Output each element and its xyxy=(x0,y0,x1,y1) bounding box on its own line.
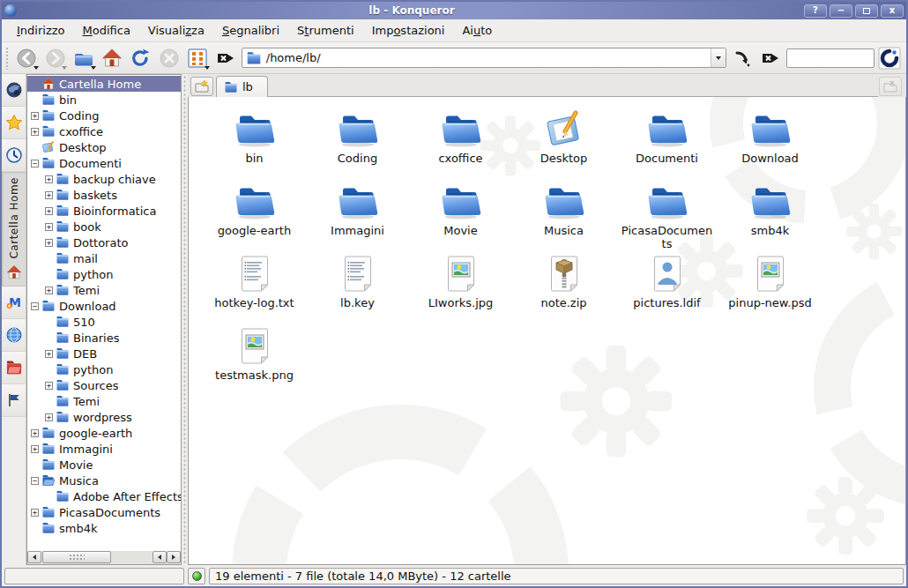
tree-item-dottorato[interactable]: +Dottorato xyxy=(27,234,181,250)
toolbar-handle[interactable] xyxy=(5,47,10,70)
tree-item-desktop[interactable]: Desktop xyxy=(27,139,181,155)
scrollbar-track[interactable] xyxy=(41,551,153,564)
view-mode-caret[interactable] xyxy=(205,66,210,70)
expand-icon[interactable]: + xyxy=(45,382,53,390)
expand-icon[interactable]: + xyxy=(45,207,53,215)
location-dropdown-button[interactable] xyxy=(711,48,726,67)
tree-item-cartella-home[interactable]: Cartella Home xyxy=(27,76,181,92)
scroll-right-button[interactable] xyxy=(167,551,181,563)
close-button[interactable]: x xyxy=(881,4,904,18)
tree-item-temi[interactable]: Temi xyxy=(27,393,181,409)
file-cxoffice[interactable]: cxoffice xyxy=(409,106,512,178)
title-bar[interactable]: lb - Konqueror ? − x xyxy=(2,2,906,19)
tab-lb[interactable]: lb xyxy=(216,76,268,97)
icon-view-mode-button[interactable] xyxy=(184,45,210,71)
expand-icon[interactable]: + xyxy=(45,350,53,358)
file-bin[interactable]: bin xyxy=(203,106,306,178)
collapse-icon[interactable]: − xyxy=(31,302,39,310)
expand-icon[interactable]: + xyxy=(45,239,53,247)
file-pictures.ldif[interactable]: pictures.ldif xyxy=(615,250,718,323)
tree-item-python[interactable]: python xyxy=(27,361,181,377)
tree-item-smb4k[interactable]: smb4k xyxy=(27,520,181,536)
tree-item-510[interactable]: 510 xyxy=(27,314,181,330)
up-caret[interactable] xyxy=(91,66,96,70)
file-musica[interactable]: Musica xyxy=(512,178,615,250)
tree-item-python[interactable]: python xyxy=(27,266,181,282)
file-immagini[interactable]: Immagini xyxy=(306,178,409,250)
expand-icon[interactable]: + xyxy=(31,445,39,453)
forward-history-caret[interactable] xyxy=(62,66,67,70)
file-lb.key[interactable]: lb.key xyxy=(306,250,409,323)
clear-search-button[interactable] xyxy=(758,45,784,71)
search-input[interactable] xyxy=(786,48,875,68)
expand-icon[interactable]: + xyxy=(45,223,53,231)
tree-item-movie[interactable]: Movie xyxy=(27,457,181,473)
menu-impostazioni[interactable]: Impostazioni xyxy=(364,21,453,40)
tree-item-immagini[interactable]: +Immagini xyxy=(27,441,181,457)
help-button[interactable]: ? xyxy=(804,4,827,18)
tree-item-documenti[interactable]: −Documenti xyxy=(27,155,181,171)
close-tab-button[interactable] xyxy=(879,77,902,96)
collapse-icon[interactable]: − xyxy=(31,160,39,167)
tree-item-bin[interactable]: bin xyxy=(27,92,181,108)
tree-item-bioinformatica[interactable]: +Bioinformatica xyxy=(27,203,181,219)
menu-modifica[interactable]: Modifica xyxy=(75,21,138,40)
expand-icon[interactable]: + xyxy=(31,128,39,136)
menu-segnalibri[interactable]: Segnalibri xyxy=(214,21,287,40)
file-liworks.jpg[interactable]: LIworks.jpg xyxy=(409,250,512,323)
bookmarks-panel-button[interactable] xyxy=(2,107,26,139)
clear-location-button[interactable] xyxy=(213,45,239,71)
file-documenti[interactable]: Documenti xyxy=(615,106,718,178)
menu-aiuto[interactable]: Aiuto xyxy=(454,21,500,40)
new-tab-button[interactable] xyxy=(190,77,213,96)
location-bar[interactable]: /home/lb/ xyxy=(242,48,727,68)
back-history-caret[interactable] xyxy=(33,66,39,70)
collapse-icon[interactable]: − xyxy=(31,477,39,485)
file-desktop[interactable]: Desktop xyxy=(512,106,615,178)
tree-item-download[interactable]: −Download xyxy=(27,298,181,314)
tree-item-baskets[interactable]: +baskets xyxy=(27,187,181,203)
tree-item-adobe-after-effects-7[interactable]: Adobe After Effects 7 xyxy=(27,488,181,504)
home-button[interactable] xyxy=(100,45,125,71)
tree-item-musica[interactable]: −Musica xyxy=(27,473,181,488)
file-movie[interactable]: Movie xyxy=(409,178,512,250)
tree-item-binaries[interactable]: Binaries xyxy=(27,330,181,346)
menu-visualizza[interactable]: Visualizza xyxy=(140,21,212,40)
expand-icon[interactable]: + xyxy=(45,413,53,421)
file-coding[interactable]: Coding xyxy=(306,106,409,178)
root-folder-panel-button[interactable] xyxy=(2,352,26,384)
tree-item-coding[interactable]: +Coding xyxy=(27,108,181,123)
tree-item-deb[interactable]: +DEB xyxy=(27,346,181,361)
scroll-left-button[interactable] xyxy=(27,551,41,563)
tree-item-picasadocuments[interactable]: +PicasaDocuments xyxy=(27,504,181,520)
expand-icon[interactable]: + xyxy=(45,287,53,294)
file-hotkey-log.txt[interactable]: hotkey-log.txt xyxy=(203,250,306,323)
tree-item-sources[interactable]: +Sources xyxy=(27,377,181,393)
expand-icon[interactable]: + xyxy=(45,191,53,199)
expand-icon[interactable]: + xyxy=(31,112,39,120)
tree-item-temi[interactable]: +Temi xyxy=(27,282,181,298)
expand-icon[interactable]: + xyxy=(45,175,53,183)
scrollbar-thumb[interactable] xyxy=(42,551,111,563)
menu-strumenti[interactable]: Strumenti xyxy=(289,21,362,40)
metabar-panel-button[interactable]: M xyxy=(2,287,26,319)
go-button[interactable] xyxy=(729,45,755,71)
menu-indirizzo[interactable]: Indirizzo xyxy=(9,21,73,40)
history-panel-button[interactable] xyxy=(2,139,26,172)
file-pinup-new.psd[interactable]: pinup-new.psd xyxy=(718,250,822,323)
file-download[interactable]: Download xyxy=(718,106,822,178)
back-button[interactable] xyxy=(14,45,40,71)
tree-item-wordpress[interactable]: +wordpress xyxy=(27,409,181,425)
expand-icon[interactable]: + xyxy=(31,429,39,437)
expand-icon[interactable]: + xyxy=(31,509,39,517)
up-button[interactable] xyxy=(71,45,96,71)
file-note.zip[interactable]: note.zip xyxy=(512,250,615,323)
services-panel-button[interactable] xyxy=(2,384,26,417)
tree-item-backup-chiave[interactable]: +backup chiave xyxy=(27,171,181,187)
tree-item-book[interactable]: +book xyxy=(27,219,181,234)
file-google-earth[interactable]: google-earth xyxy=(203,178,306,250)
tree-item-cxoffice[interactable]: +cxoffice xyxy=(27,123,181,139)
file-picasadocuments[interactable]: PicasaDocuments xyxy=(615,178,718,250)
stop-button[interactable] xyxy=(156,45,182,71)
icon-view[interactable]: binCodingcxofficeDesktopDocumentiDownloa… xyxy=(188,97,906,565)
